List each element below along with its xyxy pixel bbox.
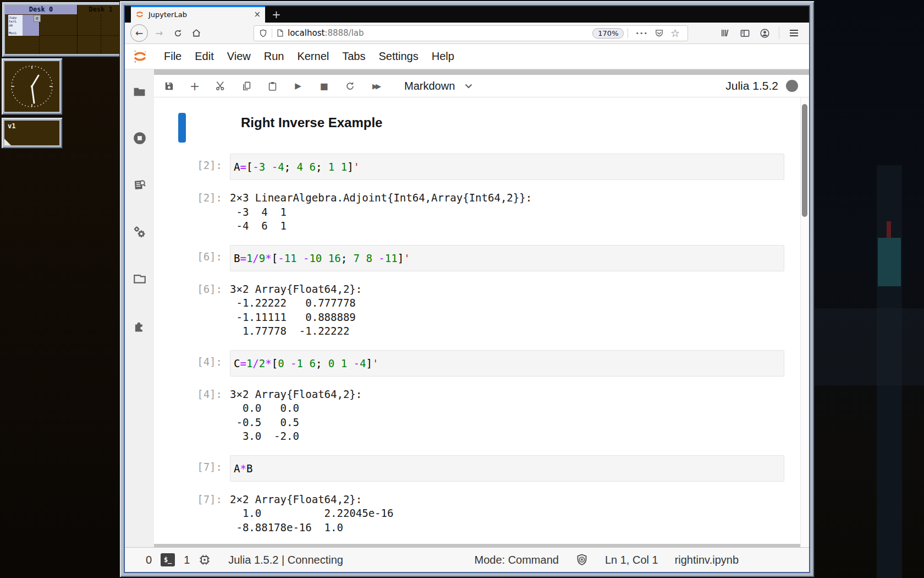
- file-browser-tab[interactable]: [133, 85, 146, 98]
- reload-button[interactable]: [170, 25, 185, 41]
- input-prompt: [7]:: [154, 455, 230, 473]
- cell-output-row: [4]:3×2 Array{Float64,2}: 0.0 0.0 -0.5 0…: [154, 388, 809, 444]
- running-sessions-tab[interactable]: [133, 132, 147, 145]
- shield-permissions-icon: [258, 29, 268, 38]
- city-tower-spire: [887, 221, 891, 238]
- page-actions-icon[interactable]: •••: [635, 30, 647, 37]
- open-tabs-tab[interactable]: [133, 272, 147, 285]
- menu-kernel[interactable]: Kernel: [290, 50, 336, 63]
- input-prompt: [2]:: [154, 154, 230, 171]
- menu-view[interactable]: View: [221, 50, 257, 63]
- v1-window[interactable]: v1: [2, 118, 62, 148]
- v1-resize-corner[interactable]: [4, 139, 11, 145]
- paste-cells-button[interactable]: [263, 78, 282, 94]
- forward-button: →: [151, 25, 167, 41]
- status-bar-right: Mode: Command Ln 1, Col 1 rightinv.ipynb: [458, 553, 739, 566]
- bookmark-star-icon[interactable]: ☆: [670, 27, 680, 39]
- cell-output-row: [2]:2×3 LinearAlgebra.Adjoint{Int64,Arra…: [154, 191, 809, 233]
- save-button[interactable]: [160, 78, 178, 94]
- home-button[interactable]: [189, 25, 204, 41]
- next-cell-edge: [154, 544, 801, 547]
- nav-right-icons: [715, 25, 804, 41]
- browser-tab-jupyterlab[interactable]: JupyterLab ×: [131, 6, 265, 23]
- extension-manager-tab[interactable]: [133, 319, 147, 332]
- code-cell-input[interactable]: C=1/2*[0 -1 6; 0 1 -4]': [230, 350, 784, 377]
- menu-button[interactable]: [786, 25, 801, 41]
- menu-run[interactable]: Run: [257, 50, 291, 63]
- chevron-down-icon: [465, 84, 472, 89]
- url-path: :8888/lab: [324, 28, 364, 38]
- notebook-toolbar: +: [154, 75, 809, 97]
- kernel-status-text[interactable]: Julia 1.5.2 | Connecting: [228, 554, 343, 566]
- add-cell-button[interactable]: +: [185, 78, 204, 94]
- cell-type-value: Markdown: [404, 80, 455, 92]
- paste-icon: [267, 81, 278, 91]
- divider: [272, 28, 272, 38]
- pager-desk-0[interactable]: Desk 0 Jupy terL ab - Mozi e: [5, 5, 78, 54]
- code-cell: [4]:C=1/2*[0 -1 6; 0 1 -4]': [154, 350, 809, 377]
- tab-close-icon[interactable]: ×: [254, 10, 261, 19]
- back-button[interactable]: ←: [130, 24, 148, 42]
- interrupt-kernel-button[interactable]: ■: [315, 78, 333, 94]
- code-cell-input[interactable]: A=[-3 -4; 4 6; 1 1]': [230, 154, 784, 180]
- command-palette-icon: [133, 178, 147, 192]
- scrollbar-thumb[interactable]: [802, 104, 807, 217]
- command-mode-indicator[interactable]: Mode: Command: [475, 554, 559, 566]
- pager-desk1-label: Desk 1: [78, 5, 124, 14]
- menu-settings[interactable]: Settings: [372, 50, 425, 63]
- pager-mini-icon[interactable]: e: [34, 15, 40, 21]
- cut-cells-button[interactable]: [211, 78, 230, 94]
- new-tab-button[interactable]: +: [265, 6, 288, 23]
- code-cell: [6]:B=1/9*[-11 -10 16; 7 8 -11]': [154, 245, 809, 271]
- kernel-chip-icon[interactable]: [199, 554, 211, 566]
- property-inspector-tab[interactable]: [133, 225, 147, 238]
- zoom-level-badge[interactable]: 170%: [592, 28, 624, 39]
- notebook-scrollbar[interactable]: [800, 97, 809, 547]
- page-info-icon: [276, 29, 284, 37]
- pocket-icon[interactable]: [654, 29, 664, 38]
- clock-widget[interactable]: [2, 58, 62, 114]
- notebook-cells: [2]:A=[-3 -4; 4 6; 1 1]'[2]:2×3 LinearAl…: [154, 154, 809, 535]
- sidebars-button[interactable]: [737, 25, 752, 41]
- terminals-count[interactable]: 0: [146, 554, 152, 566]
- code-cell: [2]:A=[-3 -4; 4 6; 1 1]': [154, 154, 809, 180]
- menu-tabs[interactable]: Tabs: [336, 50, 372, 63]
- command-palette-tab[interactable]: [133, 178, 147, 192]
- pager-grid-line: [78, 35, 124, 36]
- desktop-pager[interactable]: Desk 0 Jupy terL ab - Mozi e Desk 1: [2, 2, 127, 57]
- url-bar[interactable]: localhost:8888/lab 170% ••• ☆: [254, 25, 688, 41]
- scissors-icon: [215, 80, 226, 91]
- menu-file[interactable]: File: [157, 50, 188, 63]
- pager-mini-window-title: Jupy terL ab - Mozi: [8, 15, 24, 35]
- menu-edit[interactable]: Edit: [188, 50, 220, 63]
- trust-shield-icon[interactable]: [575, 553, 588, 566]
- run-cell-button[interactable]: ▶: [289, 78, 307, 94]
- code-cell: [7]:A*B: [154, 455, 809, 482]
- pager-desk0-pages[interactable]: Jupy terL ab - Mozi e: [5, 14, 77, 54]
- kernel-indicator[interactable]: Julia 1.5.2: [725, 79, 804, 92]
- copy-cells-button[interactable]: [237, 78, 256, 94]
- divider: [779, 27, 779, 39]
- cursor-position[interactable]: Ln 1, Col 1: [605, 554, 658, 566]
- cell-type-dropdown[interactable]: Markdown: [404, 80, 472, 92]
- library-button[interactable]: [717, 25, 733, 41]
- kernels-count[interactable]: 1: [184, 554, 190, 566]
- jupyterlab-status-bar: 0 $_ 1 Julia 1.5.2 | Connecting Mode: Co…: [125, 547, 809, 572]
- notebook-filename[interactable]: rightinv.ipynb: [675, 554, 739, 566]
- kernel-status-dot: [786, 80, 798, 92]
- code-cell-input[interactable]: A*B: [230, 455, 784, 482]
- markdown-heading[interactable]: Right Inverse Example: [241, 115, 809, 130]
- city-tower-lights: [878, 238, 901, 286]
- code-cell-input[interactable]: B=1/9*[-11 -10 16; 7 8 -11]': [230, 245, 784, 271]
- menu-help[interactable]: Help: [425, 50, 461, 63]
- restart-kernel-button[interactable]: [340, 78, 359, 94]
- pager-desk1-pages[interactable]: [78, 14, 124, 54]
- restart-run-all-button[interactable]: ▶▶: [366, 78, 385, 94]
- tab-title: JupyterLab: [148, 10, 254, 19]
- notebook-panel: +: [154, 69, 809, 547]
- pager-desk-1[interactable]: Desk 1: [78, 5, 124, 54]
- pager-mini-window-jupyterlab[interactable]: Jupy terL ab - Mozi: [7, 15, 24, 36]
- account-button[interactable]: [757, 25, 772, 41]
- terminal-icon[interactable]: $_: [161, 553, 175, 566]
- pocket-icon-glyph: [654, 29, 664, 38]
